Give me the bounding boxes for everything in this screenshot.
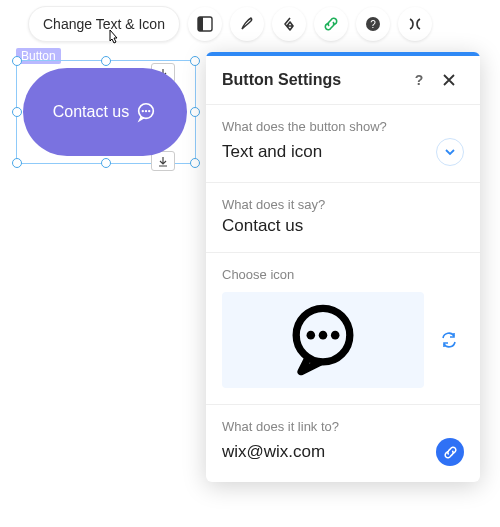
svg-point-5 (142, 110, 144, 112)
resize-handle-r[interactable] (190, 107, 200, 117)
more-icon[interactable] (398, 7, 432, 41)
show-dropdown-button[interactable] (436, 138, 464, 166)
resize-handle-br[interactable] (190, 158, 200, 168)
change-text-icon-label: Change Text & Icon (43, 16, 165, 32)
button-preview[interactable]: Contact us (23, 68, 187, 156)
resize-handle-t[interactable] (101, 56, 111, 66)
section-text: What does it say? Contact us (206, 182, 480, 252)
svg-text:?: ? (415, 72, 424, 88)
section-link-label: What does it link to? (222, 419, 464, 434)
resize-handle-b[interactable] (101, 158, 111, 168)
section-show: What does the button show? Text and icon (206, 104, 480, 182)
svg-point-11 (319, 331, 328, 340)
floating-toolbar: Change Text & Icon ? (28, 6, 432, 42)
resize-handle-tl[interactable] (12, 56, 22, 66)
button-settings-panel: Button Settings ? What does the button s… (206, 52, 480, 482)
svg-point-6 (145, 110, 147, 112)
svg-text:?: ? (370, 19, 376, 30)
button-text-input[interactable]: Contact us (222, 216, 464, 236)
svg-point-10 (307, 331, 316, 340)
button-preview-text: Contact us (53, 103, 129, 121)
resize-handle-l[interactable] (12, 107, 22, 117)
change-text-icon-button[interactable]: Change Text & Icon (28, 6, 180, 42)
link-value: wix@wix.com (222, 442, 325, 462)
svg-rect-1 (198, 17, 203, 31)
section-link: What does it link to? wix@wix.com (206, 404, 480, 482)
section-show-label: What does the button show? (222, 119, 464, 134)
brush-icon[interactable] (230, 7, 264, 41)
animation-icon[interactable] (272, 7, 306, 41)
svg-point-12 (331, 331, 340, 340)
help-icon[interactable]: ? (356, 7, 390, 41)
icon-preview-button[interactable] (222, 292, 424, 388)
panel-close-icon[interactable] (434, 73, 464, 87)
panel-help-icon[interactable]: ? (404, 72, 434, 88)
layout-icon[interactable] (188, 7, 222, 41)
edit-link-button[interactable] (436, 438, 464, 466)
section-icon-label: Choose icon (222, 267, 464, 282)
section-icon: Choose icon (206, 252, 480, 404)
section-text-label: What does it say? (222, 197, 464, 212)
resize-handle-bl[interactable] (12, 158, 22, 168)
svg-point-7 (148, 110, 150, 112)
link-icon[interactable] (314, 7, 348, 41)
chat-bubble-icon (135, 101, 157, 123)
chevron-down-icon (444, 146, 456, 158)
panel-title: Button Settings (222, 71, 341, 89)
swap-icon (440, 331, 458, 349)
chat-bubble-icon (284, 301, 362, 379)
swap-icon-button[interactable] (434, 325, 464, 355)
link-icon (443, 445, 458, 460)
resize-handle-tr[interactable] (190, 56, 200, 66)
section-show-value: Text and icon (222, 142, 322, 162)
panel-header: Button Settings ? (206, 56, 480, 104)
